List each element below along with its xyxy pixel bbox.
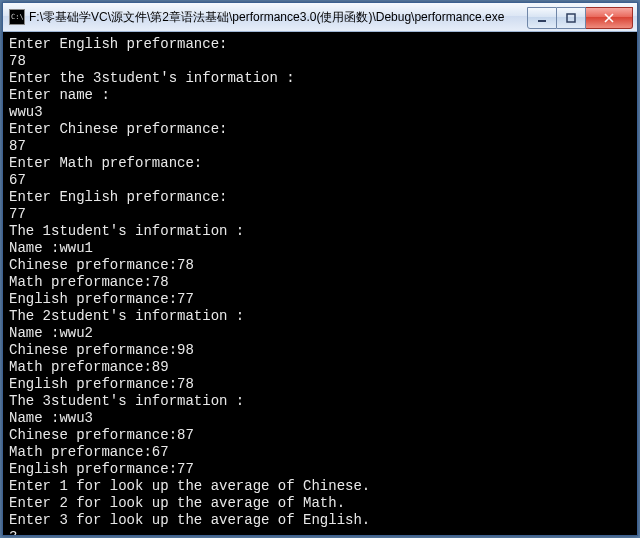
minimize-button[interactable]	[527, 7, 557, 29]
window-buttons	[527, 7, 633, 27]
title-bar[interactable]: F:\零基础学VC\源文件\第2章语法基础\performance3.0(使用函…	[3, 3, 637, 32]
maximize-button[interactable]	[557, 7, 586, 29]
window-title: F:\零基础学VC\源文件\第2章语法基础\performance3.0(使用函…	[29, 9, 527, 26]
console-output[interactable]: Enter English preformance: 78 Enter the …	[3, 32, 637, 535]
app-icon	[9, 9, 25, 25]
app-window: F:\零基础学VC\源文件\第2章语法基础\performance3.0(使用函…	[2, 2, 638, 536]
svg-rect-0	[538, 20, 546, 22]
close-button[interactable]	[586, 7, 633, 29]
svg-rect-1	[567, 14, 575, 22]
